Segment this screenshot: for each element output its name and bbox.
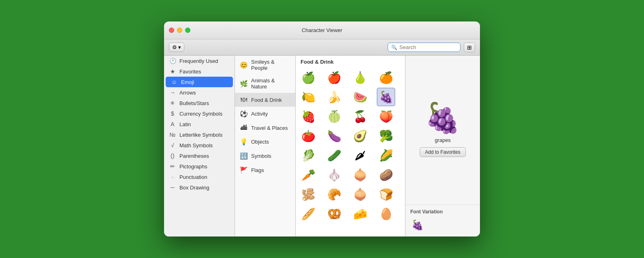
settings-button[interactable]: ⚙ ▾ [169,43,184,52]
detail-emoji-name: grapes [435,137,451,143]
letterlike-icon: № [169,131,176,138]
latin-icon: A [169,121,176,127]
search-box: 🔍 [388,43,461,52]
emoji-cell[interactable]: 🧅 [351,166,369,184]
submenu-item-animals-nature[interactable]: 🌿 Animals & Nature [235,74,295,93]
emoji-cell[interactable]: 🍈 [325,107,343,126]
sidebar-label-box-drawing: Box Drawing [179,185,209,191]
emoji-cell[interactable]: 🍇 [377,88,395,106]
emoji-cell[interactable]: 🍊 [377,68,395,87]
emoji-cell[interactable]: 🫚 [299,185,318,204]
emoji-cell[interactable]: 🥚 [377,204,395,223]
sidebar-label-emoji: Emoji [181,79,194,85]
emoji-grid-panel: Food & Drink 🍏🍎🍐🍊🍋🍌🍉🍇🍓🍈🍒🍑🍅🍆🥑🥦🥬🥒🌶🌽🥕🧄🧅🥔🫚🥐🧅… [296,56,405,236]
sidebar-label-parentheses: Parentheses [179,153,209,159]
pictographs-icon: ✏ [169,163,176,170]
sidebar-item-punctuation[interactable]: · Punctuation [164,172,235,182]
sidebar-item-favorites[interactable]: ★ Favorites [164,66,235,77]
sidebar-label-currency-symbols: Currency Symbols [179,111,222,117]
submenu-item-symbols[interactable]: 🔣 Symbols [235,149,295,163]
emoji-cell[interactable]: 🧅 [351,185,369,204]
chevron-down-icon: ▾ [178,44,181,50]
sidebar-item-currency-symbols[interactable]: $ Currency Symbols [164,108,235,119]
sidebar-label-letterlike-symbols: Letterlike Symbols [179,132,222,138]
submenu-item-smileys-people[interactable]: 😊 Smileys & People [235,56,295,74]
sidebar-item-bullets-stars[interactable]: ✳ Bullets/Stars [164,98,235,108]
emoji-cell[interactable]: 🥖 [299,204,318,223]
arrow-icon: → [169,89,176,96]
sidebar-label-punctuation: Punctuation [179,174,207,180]
detail-bottom: Font Variation 🍇 [405,205,480,236]
emoji-cell[interactable]: 🌶 [351,146,369,165]
sidebar-item-frequently-used[interactable]: 🕐 Frequently Used [164,56,235,66]
detail-emoji-large: 🍇 [424,103,461,132]
emoji-cell[interactable]: 🧄 [325,166,343,184]
gear-icon: ⚙ [172,44,177,50]
submenu-item-travel-places[interactable]: 🏙 Travel & Places [235,121,295,135]
sidebar: 🕐 Frequently Used ★ Favorites ☺ Emoji → … [164,56,235,236]
detail-panel: 🍇 grapes Add to Favorites Font Variation… [405,56,480,236]
submenu-label-objects: Objects [251,139,269,145]
add-to-favorites-button[interactable]: Add to Favorites [420,147,465,157]
emoji-cell[interactable]: 🍞 [377,185,395,204]
emoji-cell[interactable]: 🍎 [325,68,343,87]
sidebar-item-letterlike-symbols[interactable]: № Letterlike Symbols [164,129,235,140]
emoji-cell[interactable]: 🍉 [351,88,369,106]
emoji-cell[interactable]: 🍑 [377,107,395,126]
emoji-cell[interactable]: 🥒 [325,146,343,165]
emoji-cell[interactable]: 🧀 [351,204,369,223]
sidebar-item-math-symbols[interactable]: √ Math Symbols [164,140,235,150]
emoji-cell[interactable]: 🥕 [299,166,318,184]
submenu-item-food-drink[interactable]: 🍽 Food & Drink [235,93,295,107]
submenu-item-activity[interactable]: ⚽ Activity [235,107,295,121]
maximize-button[interactable] [185,28,190,33]
emoji-cell[interactable]: 🥐 [325,185,343,204]
emoji-cell[interactable]: 🍆 [325,127,343,145]
currency-icon: $ [169,110,176,117]
emoji-cell[interactable]: 🍒 [351,107,369,126]
objects-icon: 💡 [240,138,248,146]
parentheses-icon: () [169,153,176,159]
emoji-cell[interactable]: 🥦 [377,127,395,145]
symbols-icon: 🔣 [240,152,248,160]
sidebar-item-box-drawing[interactable]: ─ Box Drawing [164,182,235,193]
emoji-cell[interactable]: 🍏 [299,68,318,87]
emoji-cell[interactable]: 🥨 [325,204,343,223]
emoji-cell[interactable]: 🥑 [351,127,369,145]
submenu-label-travel-places: Travel & Places [251,125,288,131]
emoji-cell[interactable]: 🍐 [351,68,369,87]
sidebar-item-arrows[interactable]: → Arrows [164,87,235,98]
flags-icon: 🚩 [240,166,248,174]
submenu-label-smileys-people: Smileys & People [251,59,290,71]
emoji-icon: ☺ [171,79,178,85]
sidebar-label-math-symbols: Math Symbols [179,142,213,148]
emoji-cell[interactable]: 🥬 [299,146,318,165]
sidebar-label-favorites: Favorites [179,69,201,75]
emoji-cell[interactable]: 🥔 [377,166,395,184]
sidebar-item-latin[interactable]: A Latin [164,119,235,129]
sidebar-label-frequently-used: Frequently Used [179,58,218,64]
minimize-button[interactable] [177,28,182,33]
titlebar: Character Viewer [164,22,480,39]
character-viewer-window: Character Viewer ⚙ ▾ 🔍 ⊞ 🕐 Frequently Us… [164,22,480,236]
font-variation-cell[interactable]: 🍇 [410,218,425,232]
grid-view-button[interactable]: ⊞ [464,43,475,52]
sidebar-label-pictographs: Pictographs [179,163,207,170]
sidebar-label-bullets-stars: Bullets/Stars [179,100,209,106]
close-button[interactable] [169,28,174,33]
submenu-item-flags[interactable]: 🚩 Flags [235,163,295,177]
clock-icon: 🕐 [169,58,176,64]
sidebar-item-parentheses[interactable]: () Parentheses [164,150,235,161]
emoji-cell[interactable]: 🍅 [299,127,318,145]
submenu-item-objects[interactable]: 💡 Objects [235,135,295,149]
submenu-label-flags: Flags [251,167,264,173]
sidebar-item-pictographs[interactable]: ✏ Pictographs [164,161,235,172]
search-input[interactable] [399,44,456,50]
emoji-cell[interactable]: 🍌 [325,88,343,106]
emoji-cell[interactable]: 🍓 [299,107,318,126]
sidebar-label-arrows: Arrows [179,90,196,96]
emoji-cell[interactable]: 🌽 [377,146,395,165]
emoji-cell[interactable]: 🍋 [299,88,318,106]
sidebar-item-emoji[interactable]: ☺ Emoji [166,77,233,87]
punctuation-icon: · [169,174,176,180]
